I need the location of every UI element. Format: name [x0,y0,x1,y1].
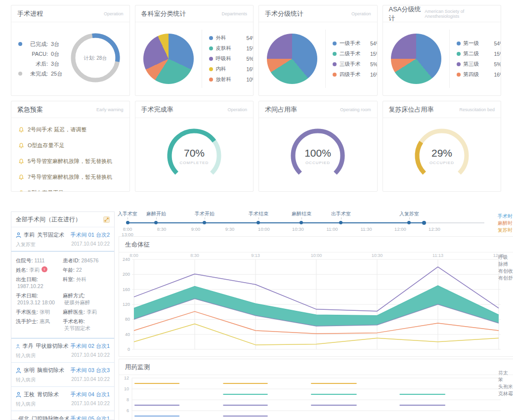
legend-item: 放射科10% [209,76,254,83]
surgery-list-item[interactable]: 张明脑瘤切除术手术间 03 台次3转入病房2017.10.04 10:22 [11,363,114,387]
warning-text: 2号间手术 延迟，请调整 [28,126,86,133]
legend-value: 5% [494,61,502,67]
svg-text:120: 120 [123,302,130,307]
timeline-milestone-dot [339,221,342,224]
detail-label: 患者ID: [63,257,80,264]
svg-text:100%: 100% [304,147,331,159]
clipped-legend-label: 脉搏 [498,261,513,268]
item-sub-row: 转入病房2017.10.04 10:22 [16,401,110,408]
detail-cell: 手术名称:关节固定术 [63,318,110,332]
legend-label: 第四级 [464,71,491,78]
detail-value: 硬膜外麻醉 [64,299,90,306]
detail-value: 张明 [40,308,50,315]
gauge-svg: 29%OCCUPIED [405,123,479,186]
detail-cell: 住院号:1111 [16,257,63,264]
svg-text:12: 12 [124,376,129,380]
detail-cell: 洗手护士:惠凤 [16,318,63,332]
legend-label: 四级手术 [340,71,367,78]
legend-value: 5% [370,61,378,67]
legend-dot [333,73,337,77]
clipped-legend-label: 克林霉 [498,390,513,397]
timeline-time-tick: 12:00 [389,226,411,232]
detail-label: 科室: [63,276,75,290]
legend-item: 第三级5% [457,61,502,68]
medication-panel: 用药监测 1210864 [119,359,513,420]
clipped-legend-label: 有创收 [498,268,513,275]
person-icon [16,343,20,349]
surgery-list-item[interactable]: 李丹甲状腺切除术手术间 02 台次1转入病房2017.10.04 10:22 [11,338,114,363]
warning-list: 2号间手术 延迟，请调整O型血存量不足5号导管室麻醉机故障，暂无替换机7号导管室… [11,118,129,192]
alert-bell-icon [18,190,24,192]
legend-label: 第一级 [464,40,491,47]
timeline-time-tick: 9:00 [185,226,207,232]
card-title: 各科室分类统计 [141,9,186,18]
legend-value: 16% [247,66,254,72]
timeline-elapsed-track [128,222,424,223]
room-session-link[interactable]: 手术间 03 台次3 [71,367,110,374]
room-occupancy-gauge-chart: 100%OCCUPIED [259,118,377,191]
legend-label: 三级手术 [340,61,367,68]
legend-item: 内科16% [209,66,254,73]
card-title: ASA分级统计 [389,5,425,23]
detail-label: 麻醉医生: [63,308,85,315]
alert-bell-icon [18,127,24,133]
timeline-milestone-dot [203,221,206,224]
room-session-link[interactable]: 手术间 02 台次1 [71,342,110,350]
item-main-row: 李莉关节固定术手术间 01 台次2 [16,231,110,239]
alert-bell-icon [18,159,24,165]
surgery-list-item[interactable]: 何北门腔静脉吻合术手术间 05 台次1转入病房2017.10.04 10:22 [11,411,114,420]
timeline-tick-mark [341,217,342,219]
timeline-milestone-label: 麻醉结束 [286,210,317,217]
card-subtitle: American Society of Anesthesiologists [425,9,495,19]
surgery-list-item[interactable]: 李莉关节固定术手术间 01 台次2入复苏室2017.10.04 10:22 [11,227,114,252]
surgery-list-item[interactable]: 王枚胃切除术手术间 04 台次1转入病房2017.10.04 10:22 [11,387,114,411]
person-icon [16,368,21,374]
card-asa-grades: ASA分级统计 American Society of Anesthesiolo… [383,5,502,96]
legend-dot [209,57,213,61]
legend-item: 外科54% [209,35,254,42]
legend-dot [457,62,461,66]
clipped-legend-label: 有创舒 [498,275,513,282]
legend-value: 3台 [51,60,59,68]
procedure-name: 门腔静脉吻合术 [32,415,69,420]
item-main-row: 王枚胃切除术手术间 04 台次1 [16,391,110,398]
patient-name-and-procedure: 李莉关节固定术 [16,231,64,239]
svg-text:11:13: 11:13 [432,253,443,258]
detail-label: 手术医生: [16,308,38,315]
room-session-link[interactable]: 手术间 04 台次1 [71,391,110,398]
expand-icon[interactable] [103,216,110,223]
svg-text:160: 160 [123,287,130,292]
timeline-milestone-label: 入复苏室 [393,210,425,217]
bed-occupancy-gauge-chart: 29%OCCUPIED [383,118,501,191]
timeline-time-tick: 10:00 [253,226,275,232]
card-surgery-progress: 手术进程 Operation 已完成:3台PACU:0台术后:3台未完成:25台… [11,5,130,96]
timeline-time-tick: 12:30 [424,226,445,232]
room-session-link[interactable]: 手术间 05 台次1 [71,415,110,420]
patient-name: 张明 [24,367,35,374]
legend-item: 未完成:25台 [18,70,62,78]
room-session-link[interactable]: 手术间 01 台次2 [71,231,110,239]
legend-dot [333,42,337,45]
detail-cell: 麻醉医生:李莉 [63,308,110,315]
warning-text: 7号导管室麻醉机故障，暂无替换机 [28,173,112,181]
timeline-milestone-dot [407,221,411,224]
item-sub-row: 转入病房2017.10.04 10:22 [16,352,110,359]
procedure-name: 甲状腺切除术 [36,342,69,350]
timeline-tick-mark [156,217,157,219]
procedure-name: 胃切除术 [37,391,59,398]
patient-name-and-procedure: 王枚胃切除术 [16,391,59,398]
legend-dot [209,46,213,50]
legend-label: 呼吸科 [216,55,244,62]
donut-svg: 计划: 28台 [66,26,125,89]
timeline-tick-mark [205,217,205,219]
svg-text:OCCUPIED: OCCUPIED [305,161,330,165]
timeline-tick-mark [258,217,259,219]
timeline-milestone-label: 出手术室 [325,210,357,217]
legend-dot [333,62,337,66]
card-surgery-grades: 手术分级统计 Operation 一级手术54%二级手术15%三级手术5%四级手… [258,5,378,96]
clipped-legend-label: 苯 [498,377,513,383]
patient-name-and-procedure: 何北门腔静脉吻合术 [16,415,69,420]
surgery-timeline: 入手术室麻醉开始手术开始手术结束麻醉结束出手术室入复苏室8:008:309:00… [119,210,513,236]
operating-room-list-panel: 全部手术间（正在进行） 李莉关节固定术手术间 01 台次2入复苏室2017.10… [11,211,115,420]
svg-text:OCCUPIED: OCCUPIED [429,161,454,165]
